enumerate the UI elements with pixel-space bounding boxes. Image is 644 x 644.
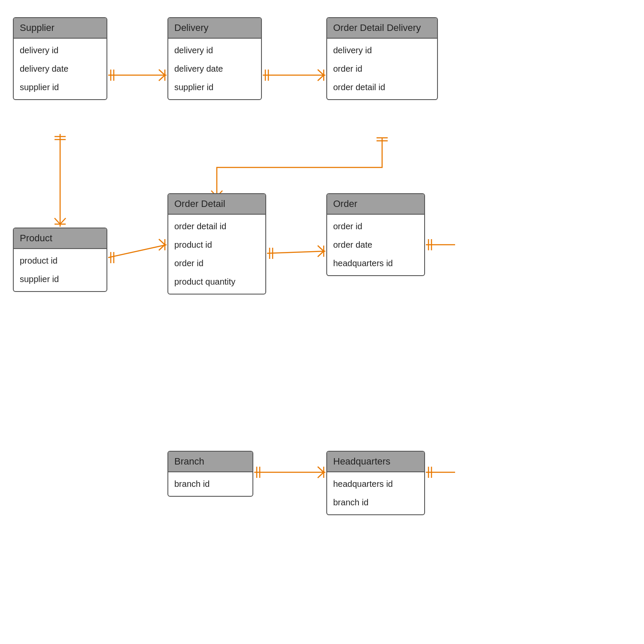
entity-supplier-header: Supplier bbox=[14, 18, 106, 39]
svg-line-21 bbox=[55, 218, 60, 224]
entity-supplier: Supplier delivery id delivery date suppl… bbox=[13, 17, 107, 100]
entity-product-body: product id supplier id bbox=[14, 249, 106, 291]
svg-line-4 bbox=[159, 70, 165, 75]
field-od-1: order detail id bbox=[168, 217, 265, 236]
svg-line-29 bbox=[267, 251, 325, 253]
field-supplier-2: delivery date bbox=[14, 60, 106, 78]
field-delivery-3: supplier id bbox=[168, 78, 261, 97]
field-hq-2: branch id bbox=[327, 493, 424, 512]
entity-product-header: Product bbox=[14, 228, 106, 249]
svg-line-11 bbox=[318, 75, 324, 81]
svg-line-34 bbox=[318, 251, 324, 257]
entity-branch-header: Branch bbox=[168, 452, 252, 472]
field-delivery-1: delivery id bbox=[168, 41, 261, 60]
entity-headquarters-header: Headquarters bbox=[327, 452, 424, 472]
field-delivery-2: delivery date bbox=[168, 60, 261, 78]
entity-headquarters-body: headquarters id branch id bbox=[327, 472, 424, 514]
entity-supplier-body: delivery id delivery date supplier id bbox=[14, 39, 106, 99]
field-product-1: product id bbox=[14, 252, 106, 270]
entity-delivery-header: Delivery bbox=[168, 18, 261, 39]
entity-order-header: Order bbox=[327, 194, 424, 215]
svg-line-28 bbox=[159, 245, 165, 250]
svg-line-23 bbox=[108, 245, 167, 258]
entity-order-detail-delivery: Order Detail Delivery delivery id order … bbox=[326, 17, 438, 100]
field-supplier-3: supplier id bbox=[14, 78, 106, 97]
field-od-3: order id bbox=[168, 254, 265, 273]
svg-line-27 bbox=[159, 239, 165, 245]
field-od-2: product id bbox=[168, 236, 265, 254]
svg-line-43 bbox=[318, 472, 324, 478]
field-hq-1: headquarters id bbox=[327, 475, 424, 493]
er-diagram: Supplier delivery id delivery date suppl… bbox=[0, 0, 644, 644]
entity-delivery-body: delivery id delivery date supplier id bbox=[168, 39, 261, 99]
field-supplier-1: delivery id bbox=[14, 41, 106, 60]
field-order-1: order id bbox=[327, 217, 424, 236]
field-odd-2: order id bbox=[327, 60, 437, 78]
entity-order: Order order id order date headquarters i… bbox=[326, 193, 425, 276]
field-product-2: supplier id bbox=[14, 270, 106, 289]
entity-order-detail-header: Order Detail bbox=[168, 194, 265, 215]
entity-branch: Branch branch id bbox=[167, 451, 253, 497]
svg-line-22 bbox=[60, 218, 66, 224]
field-order-2: order date bbox=[327, 236, 424, 254]
entity-odd-header: Order Detail Delivery bbox=[327, 18, 437, 39]
entity-delivery: Delivery delivery id delivery date suppl… bbox=[167, 17, 262, 100]
field-odd-1: delivery id bbox=[327, 41, 437, 60]
svg-line-42 bbox=[318, 467, 324, 472]
entity-odd-body: delivery id order id order detail id bbox=[327, 39, 437, 99]
entity-order-detail: Order Detail order detail id product id … bbox=[167, 193, 266, 295]
svg-line-5 bbox=[159, 75, 165, 81]
field-odd-3: order detail id bbox=[327, 78, 437, 97]
field-od-4: product quantity bbox=[168, 273, 265, 291]
field-branch-1: branch id bbox=[168, 475, 252, 493]
entity-order-detail-body: order detail id product id order id prod… bbox=[168, 215, 265, 294]
entity-product: Product product id supplier id bbox=[13, 228, 107, 292]
svg-line-33 bbox=[318, 246, 324, 251]
svg-line-10 bbox=[318, 70, 324, 75]
entity-order-body: order id order date headquarters id bbox=[327, 215, 424, 275]
entity-headquarters: Headquarters headquarters id branch id bbox=[326, 451, 425, 515]
field-order-3: headquarters id bbox=[327, 254, 424, 273]
entity-branch-body: branch id bbox=[168, 472, 252, 496]
